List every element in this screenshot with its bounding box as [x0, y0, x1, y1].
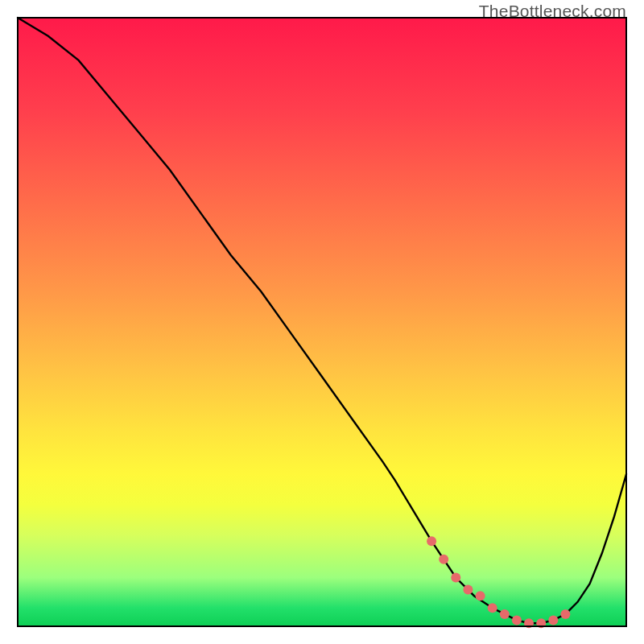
watermark: TheBottleneck.com: [479, 2, 626, 21]
chart-container: TheBottleneck.com: [0, 0, 644, 644]
chart-background-gradient: [18, 18, 626, 626]
